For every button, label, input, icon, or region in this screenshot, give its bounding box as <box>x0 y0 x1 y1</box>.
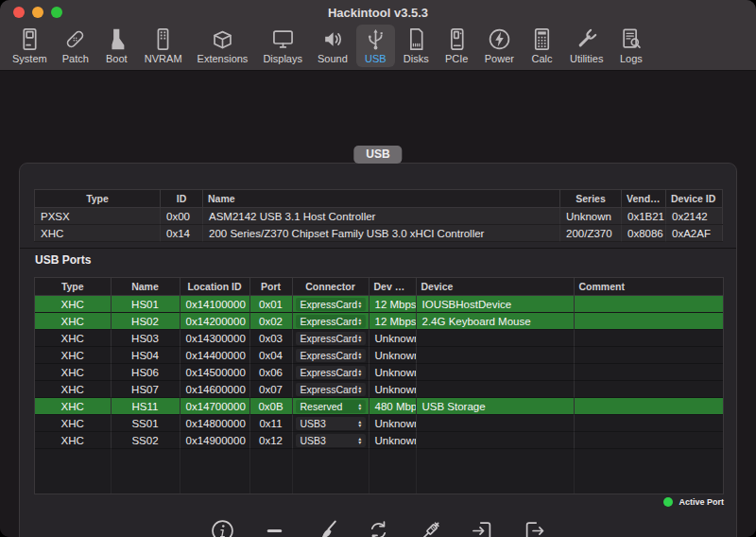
export-icon <box>522 518 547 537</box>
utilities-icon <box>574 26 599 52</box>
minimize-button[interactable] <box>32 7 43 18</box>
usb-port-row[interactable]: XHC HS04 0x14400000 0x04 ExpressCard ▲▼ <box>35 347 723 364</box>
action-button-bar <box>20 518 736 537</box>
column-header-connector[interactable]: Connector <box>292 278 369 296</box>
clean-button[interactable] <box>313 518 339 537</box>
column-header-series[interactable]: Series <box>560 190 622 208</box>
usb-port-row[interactable]: XHC SS02 0x14900000 0x12 USB3 ▲▼ <box>35 432 723 449</box>
toolbar-item-power[interactable]: Power <box>478 25 521 67</box>
usb-port-row[interactable]: XHC HS03 0x14300000 0x03 ExpressCard ▲▼ <box>35 330 723 347</box>
stepper-arrows-icon: ▲▼ <box>357 437 362 444</box>
toolbar-item-utilities[interactable]: Utilities <box>563 25 610 67</box>
stepper-arrows-icon: ▲▼ <box>357 352 362 359</box>
extensions-icon <box>210 26 235 52</box>
connector-select[interactable]: Reserved ▲▼ <box>296 400 366 413</box>
toolbar-item-system[interactable]: System <box>6 25 54 67</box>
stepper-arrows-icon: ▲▼ <box>357 369 362 376</box>
toolbar-item-disks[interactable]: Disks <box>397 25 436 67</box>
stepper-arrows-icon: ▲▼ <box>357 335 362 342</box>
window-title: Hackintool v3.5.3 <box>0 0 756 26</box>
connector-select[interactable]: USB3 ▲▼ <box>296 434 366 447</box>
controller-row[interactable]: PXSX 0x00 ASM2142 USB 3.1 Host Controlle… <box>35 208 723 225</box>
column-header-dev-speed[interactable]: Dev Speed <box>369 278 416 296</box>
power-icon <box>487 26 512 52</box>
connector-select[interactable]: ExpressCard ▲▼ <box>296 298 366 311</box>
hackintool-window: Hackintool v3.5.3 System Patch Boot <box>0 0 756 537</box>
title-bar[interactable]: Hackintool v3.5.3 <box>0 0 756 25</box>
toolbar-item-displays[interactable]: Displays <box>256 25 309 67</box>
info-icon <box>210 518 235 537</box>
connector-select[interactable]: ExpressCard ▲▼ <box>296 332 366 345</box>
toolbar: System Patch Boot <box>0 25 756 67</box>
column-header-type[interactable]: Type <box>35 190 161 208</box>
toolbar-item-pcie[interactable]: PCIe <box>438 25 476 67</box>
toolbar-item-usb[interactable]: USB <box>356 25 395 67</box>
connector-select[interactable]: ExpressCard ▲▼ <box>296 366 366 379</box>
usb-port-row[interactable]: XHC HS01 0x14100000 0x01 ExpressCard ▲▼ <box>35 296 723 313</box>
stepper-arrows-icon: ▲▼ <box>357 301 362 308</box>
controller-row[interactable]: XHC 0x14 200 Series/Z370 Chipset Family … <box>35 225 723 242</box>
import-button[interactable] <box>469 518 495 537</box>
column-header-type[interactable]: Type <box>35 278 111 296</box>
toolbar-item-calc[interactable]: Calc <box>523 25 561 67</box>
disks-icon <box>404 26 429 52</box>
tab-usb[interactable]: USB <box>353 146 402 164</box>
active-port-label: Active Port <box>679 497 724 507</box>
minus-icon <box>262 518 287 537</box>
usb-port-row[interactable]: XHC HS02 0x14200000 0x02 ExpressCard ▲▼ <box>35 313 723 330</box>
column-header-name[interactable]: Name <box>203 190 560 208</box>
system-icon <box>17 26 43 52</box>
import-icon <box>470 518 495 537</box>
nvram-icon <box>150 26 176 52</box>
toolbar-item-patch[interactable]: Patch <box>56 25 95 67</box>
refresh-icon <box>366 518 391 537</box>
toolbar-item-extensions[interactable]: Extensions <box>191 25 255 67</box>
controllers-header-row: Type ID Name Series Vendor… Device ID <box>35 190 723 208</box>
logs-icon <box>618 26 644 52</box>
usb-ports-table-container: Type Name Location ID Port Connector Dev… <box>34 277 724 494</box>
boot-icon <box>104 26 129 52</box>
displays-icon <box>270 26 296 52</box>
syringe-icon <box>418 518 443 537</box>
column-header-comment[interactable]: Comment <box>574 278 723 296</box>
usb-port-row[interactable]: XHC SS01 0x14800000 0x11 USB3 ▲▼ <box>35 415 723 432</box>
column-header-port[interactable]: Port <box>249 278 292 296</box>
active-port-dot-icon <box>663 497 673 507</box>
zoom-button[interactable] <box>51 7 62 18</box>
connector-select[interactable]: ExpressCard ▲▼ <box>296 383 366 396</box>
connector-select[interactable]: USB3 ▲▼ <box>296 417 366 430</box>
broom-icon <box>314 518 339 537</box>
toolbar-item-boot[interactable]: Boot <box>97 25 136 67</box>
remove-button[interactable] <box>261 518 287 537</box>
toolbar-item-sound[interactable]: Sound <box>311 25 354 67</box>
section-divider <box>20 248 736 249</box>
usb-port-row[interactable]: XHC HS06 0x14500000 0x06 ExpressCard ▲▼ <box>35 364 723 381</box>
sound-icon <box>319 26 345 52</box>
usb-icon <box>363 26 388 52</box>
refresh-button[interactable] <box>365 518 391 537</box>
connector-select[interactable]: ExpressCard ▲▼ <box>296 349 366 362</box>
export-button[interactable] <box>521 518 547 537</box>
usb-port-row[interactable]: XHC HS11 0x14700000 0x0B Reserved ▲▼ <box>35 398 723 415</box>
column-header-id[interactable]: ID <box>161 190 203 208</box>
connector-select[interactable]: ExpressCard ▲▼ <box>296 315 366 328</box>
column-header-device[interactable]: Device <box>416 278 574 296</box>
stepper-arrows-icon: ▲▼ <box>357 420 362 427</box>
active-port-legend: Active Port <box>663 497 724 507</box>
pcie-icon <box>444 26 470 52</box>
usb-port-row[interactable]: XHC HS07 0x14600000 0x07 ExpressCard ▲▼ <box>35 381 723 398</box>
column-header-location-id[interactable]: Location ID <box>180 278 249 296</box>
info-button[interactable] <box>209 518 235 537</box>
column-header-name[interactable]: Name <box>111 278 180 296</box>
inject-button[interactable] <box>417 518 443 537</box>
calc-icon <box>529 26 555 52</box>
toolbar-item-nvram[interactable]: NVRAM <box>138 25 189 67</box>
column-header-device-id[interactable]: Device ID <box>666 190 723 208</box>
close-button[interactable] <box>13 7 25 18</box>
usb-panel: Type ID Name Series Vendor… Device ID PX… <box>19 163 737 537</box>
traffic-lights <box>13 7 62 18</box>
content-area: USB Type ID Name Series Vendor… Device I… <box>0 71 756 537</box>
column-header-vendor[interactable]: Vendor… <box>622 190 666 208</box>
stepper-arrows-icon: ▲▼ <box>357 403 362 410</box>
toolbar-item-logs[interactable]: Logs <box>611 25 650 67</box>
